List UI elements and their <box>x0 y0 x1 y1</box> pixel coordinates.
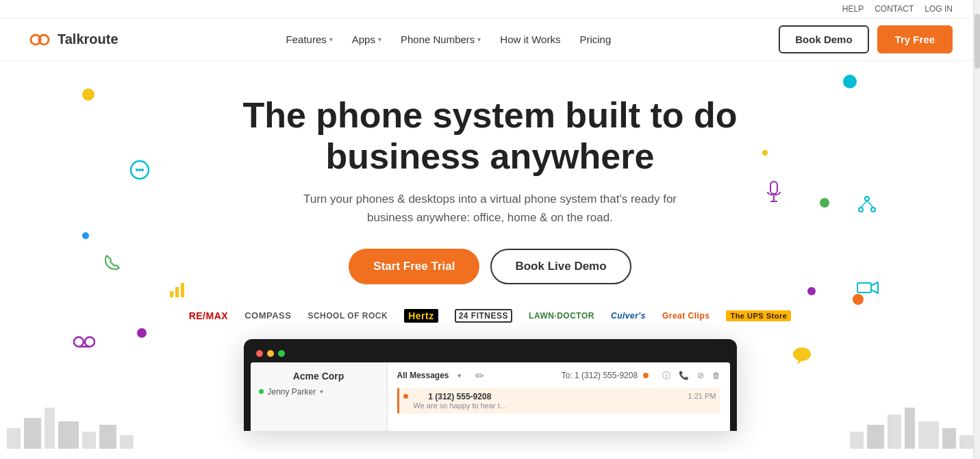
laptop-frame: Acme Corp Jenny Parker ▾ All Messages ▾ … <box>244 339 737 431</box>
window-minimize-dot <box>267 350 274 357</box>
svg-rect-32 <box>867 425 884 449</box>
phone-icon <box>103 253 122 275</box>
city-right-icon <box>843 394 980 451</box>
brand-ups-store: The UPS Store <box>726 310 791 321</box>
svg-point-17 <box>871 208 875 212</box>
svg-point-4 <box>138 169 141 171</box>
window-close-dot <box>256 350 263 357</box>
svg-rect-30 <box>120 435 134 449</box>
compose-icon[interactable]: ✏ <box>475 369 484 382</box>
chart-icon <box>168 280 187 302</box>
all-messages-label: All Messages <box>397 371 449 380</box>
screen-contact-row: Jenny Parker ▾ <box>259 387 379 397</box>
brands-section: RE/MAX COMPASS SCHOOL OF ROCK Hertz 24 F… <box>189 309 792 323</box>
laptop-screen: Acme Corp Jenny Parker ▾ All Messages ▾ … <box>251 362 730 431</box>
screen-message-row: 1 (312) 555-9208 We are so happy to hear… <box>397 388 720 414</box>
svg-rect-36 <box>942 428 956 449</box>
svg-line-19 <box>867 201 873 208</box>
message-icon <box>130 160 149 182</box>
brand-culvers: Culver's <box>611 311 646 321</box>
start-trial-button[interactable]: Start Free Trial <box>349 249 479 284</box>
deco-dot-yellow <box>82 88 95 101</box>
block-icon: ⊘ <box>697 371 704 380</box>
delete-icon: 🗑 <box>712 371 720 380</box>
screen-main-area: All Messages ▾ ✏ To: 1 (312) 555-9208 ⓘ … <box>388 362 730 431</box>
logo-icon <box>27 27 52 52</box>
screen-company-name: Acme Corp <box>259 371 379 382</box>
svg-marker-23 <box>797 360 803 364</box>
svg-point-16 <box>859 208 863 212</box>
message-content: 1 (312) 555-9208 We are so happy to hear… <box>414 392 507 410</box>
logo-text: Talkroute <box>58 32 118 47</box>
svg-rect-35 <box>918 421 939 449</box>
nav-links: Features ▾ Apps ▾ Phone Numbers ▾ How it… <box>286 34 612 45</box>
utility-bar: HELP CONTACT LOG IN <box>0 0 980 18</box>
svg-marker-21 <box>871 282 878 293</box>
voicemail-icon <box>73 335 95 351</box>
deco-dot-orange <box>853 294 864 305</box>
book-live-demo-button[interactable]: Book Live Demo <box>490 249 631 284</box>
help-link[interactable]: HELP <box>842 4 864 14</box>
svg-rect-34 <box>905 408 915 449</box>
login-link[interactable]: LOG IN <box>925 4 953 14</box>
deco-dot-purple-right <box>807 287 816 295</box>
unread-dot <box>403 394 408 399</box>
hero-section: The phone system built to do business an… <box>0 61 980 451</box>
laptop-mockup: Acme Corp Jenny Parker ▾ All Messages ▾ … <box>244 339 737 431</box>
try-free-button[interactable]: Try Free <box>877 25 953 53</box>
video-icon <box>857 280 879 298</box>
screen-sidebar: Acme Corp Jenny Parker ▾ <box>251 362 388 431</box>
chevron-down-icon: ▾ <box>378 36 381 43</box>
brand-remax: RE/MAX <box>189 310 228 321</box>
contact-link[interactable]: CONTACT <box>875 4 914 14</box>
deco-dot-teal-large <box>843 75 857 88</box>
deco-dot-blue <box>82 232 89 239</box>
svg-rect-27 <box>58 421 79 449</box>
main-nav: Talkroute Features ▾ Apps ▾ Phone Number… <box>0 18 980 61</box>
brand-compass: COMPASS <box>244 310 291 321</box>
nav-phone-numbers[interactable]: Phone Numbers ▾ <box>401 34 481 45</box>
nav-actions: Book Demo Try Free <box>779 25 953 53</box>
network-icon <box>857 195 877 218</box>
status-online-dot <box>259 389 264 394</box>
svg-point-10 <box>85 337 95 347</box>
screen-to-number: To: 1 (312) 555-9208 <box>562 371 649 380</box>
svg-rect-26 <box>45 408 55 449</box>
svg-rect-7 <box>175 287 179 297</box>
svg-rect-12 <box>770 182 777 194</box>
svg-point-15 <box>865 197 869 201</box>
hero-title: The phone system built to do business an… <box>223 95 757 177</box>
window-maximize-dot <box>278 350 285 357</box>
microphone-icon <box>766 181 781 206</box>
brand-24fitness: 24 FITNESS <box>455 309 512 323</box>
chat-bubble-icon <box>792 345 812 367</box>
scrollbar-thumb[interactable] <box>975 14 980 69</box>
nav-how-it-works[interactable]: How it Works <box>500 34 560 45</box>
logo[interactable]: Talkroute <box>27 27 118 52</box>
chevron-down-icon: ▾ <box>477 36 481 43</box>
svg-rect-20 <box>857 283 871 293</box>
brand-great-clips: Great Clips <box>662 311 710 321</box>
nav-features[interactable]: Features ▾ <box>286 34 333 45</box>
svg-point-2 <box>131 161 149 179</box>
hero-buttons: Start Free Trial Book Live Demo <box>349 249 631 284</box>
svg-rect-6 <box>170 291 173 297</box>
screen-message-header: All Messages ▾ ✏ To: 1 (312) 555-9208 ⓘ … <box>397 369 720 382</box>
brand-lawn-doctor: LAWN·DOCTOR <box>529 311 594 321</box>
svg-rect-25 <box>24 418 41 449</box>
call-icon: 📞 <box>679 371 689 380</box>
scrollbar[interactable] <box>973 0 980 459</box>
brand-schoolsrock: SCHOOL OF ROCK <box>307 311 388 321</box>
deco-dot-yellow-sm <box>762 150 768 156</box>
deco-dot-green <box>820 198 829 208</box>
svg-rect-33 <box>888 414 901 449</box>
screen-contact-name: Jenny Parker <box>268 387 316 397</box>
nav-apps[interactable]: Apps ▾ <box>352 34 381 45</box>
nav-pricing[interactable]: Pricing <box>579 34 611 45</box>
city-left-icon <box>0 394 137 451</box>
svg-rect-31 <box>850 432 864 449</box>
book-demo-button[interactable]: Book Demo <box>779 25 868 53</box>
svg-rect-8 <box>181 283 184 297</box>
laptop-titlebar <box>251 346 730 362</box>
screen-contact-chevron: ▾ <box>320 388 323 395</box>
